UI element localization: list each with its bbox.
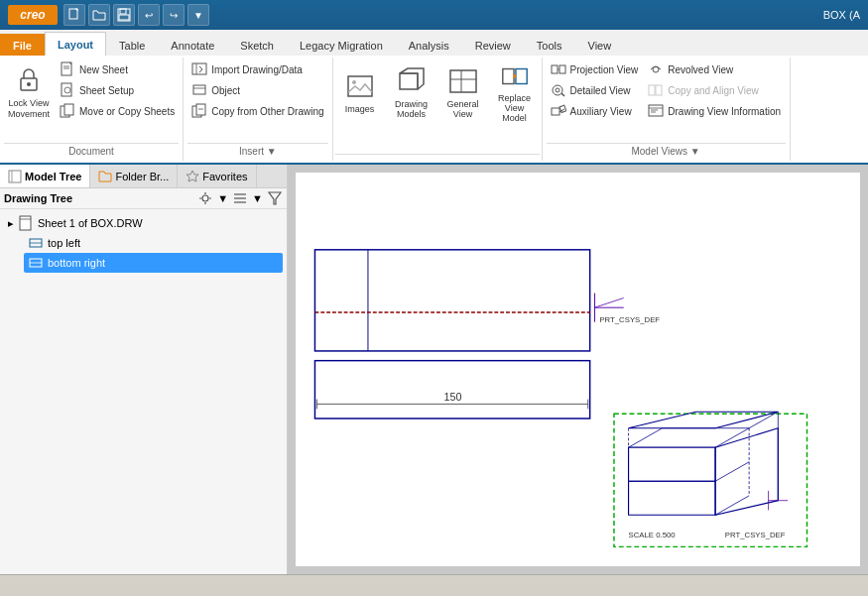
save-button[interactable]	[113, 4, 135, 26]
svg-rect-21	[348, 76, 372, 96]
statusbar	[0, 574, 868, 596]
revolved-view-button[interactable]: Revolved View	[644, 60, 785, 79]
import-drawing-button[interactable]: Import Drawing/Data	[187, 60, 327, 79]
svg-line-37	[561, 93, 564, 96]
object-button[interactable]: Object	[187, 80, 327, 100]
tab-legacy[interactable]: Legacy Migration	[287, 34, 396, 56]
tab-analysis[interactable]: Analysis	[396, 34, 462, 56]
svg-marker-50	[186, 171, 198, 181]
tab-annotate[interactable]: Annotate	[158, 34, 227, 56]
copy-from-other-drawing-button[interactable]: Copy from Other Drawing	[187, 101, 327, 121]
replace-view-model-button[interactable]: Replace View Model	[490, 60, 540, 125]
model-views-label: Model Views ▼	[547, 143, 786, 159]
general-view-icon	[447, 65, 479, 97]
svg-point-51	[202, 195, 208, 201]
svg-text:150: 150	[444, 391, 462, 403]
folder-icon	[98, 170, 112, 183]
drawing-canvas: 150 PRT_CSYS_DEF	[296, 173, 860, 566]
more-button[interactable]: ▼	[187, 4, 209, 26]
sidebar: Model Tree Folder Br... Favorites Drawin…	[0, 165, 288, 574]
quick-access-toolbar: ↩ ↪ ▼	[63, 4, 209, 26]
svg-rect-29	[502, 69, 513, 84]
general-view-button[interactable]: General View	[438, 60, 488, 125]
new-sheet-button[interactable]: New Sheet	[56, 60, 179, 79]
sidebar-tab-folder[interactable]: Folder Br...	[90, 165, 178, 187]
copy-align-icon	[648, 82, 664, 98]
tab-table[interactable]: Table	[106, 34, 158, 56]
drawing-view-info-icon	[648, 103, 664, 119]
replace-view-model-icon	[499, 61, 531, 91]
star-icon	[186, 170, 199, 183]
sheet-icon	[18, 215, 34, 231]
svg-marker-55	[269, 192, 281, 204]
new-button[interactable]	[63, 4, 85, 26]
svg-rect-19	[196, 104, 205, 115]
ribbon-group-document: Lock View Movement New Sheet	[0, 58, 184, 161]
ribbon-group-insert: Import Drawing/Data Object Copy fro	[184, 58, 332, 161]
settings-icon[interactable]	[197, 190, 213, 206]
open-button[interactable]	[88, 4, 110, 26]
svg-point-11	[64, 87, 70, 93]
drawing-view-info-button[interactable]: Drawing View Information	[644, 101, 785, 121]
svg-rect-2	[120, 9, 126, 14]
tree-icon	[8, 170, 22, 183]
tree-node-sheet[interactable]: ▸ Sheet 1 of BOX.DRW	[4, 213, 283, 233]
creo-logo: creo	[8, 5, 58, 25]
move-copy-sheets-button[interactable]: Move or Copy Sheets	[56, 101, 179, 121]
tab-review[interactable]: Review	[462, 34, 524, 56]
canvas-area[interactable]: 150 PRT_CSYS_DEF	[288, 165, 868, 574]
images-button[interactable]: Images	[335, 60, 385, 125]
view-icon-bottomright	[28, 255, 44, 271]
tree-header: Drawing Tree	[4, 192, 195, 204]
sidebar-tab-favorites[interactable]: Favorites	[178, 165, 256, 187]
images-icon	[344, 70, 376, 102]
projection-view-button[interactable]: Projection View	[547, 60, 643, 79]
ribbon-group-views: Images Drawing Models General View	[333, 58, 543, 161]
list-icon[interactable]	[232, 190, 248, 206]
tree-node-bottomright[interactable]: bottom right	[24, 253, 283, 273]
sidebar-tab-model-tree[interactable]: Model Tree	[0, 165, 90, 187]
tab-view[interactable]: View	[575, 34, 625, 56]
svg-rect-3	[119, 15, 129, 20]
svg-rect-62	[314, 250, 589, 351]
svg-rect-16	[193, 85, 205, 94]
lock-icon	[13, 64, 45, 96]
svg-text:PRT_CSYS_DEF: PRT_CSYS_DEF	[599, 315, 660, 324]
undo-button[interactable]: ↩	[138, 4, 160, 26]
detailed-view-button[interactable]: Detailed View	[547, 80, 643, 100]
tree-node-topleft[interactable]: top left	[24, 233, 283, 253]
model-views-col2: Revolved View Copy and Align View	[644, 60, 785, 121]
main-area: Model Tree Folder Br... Favorites Drawin…	[0, 165, 868, 574]
detailed-view-icon	[551, 82, 566, 98]
redo-button[interactable]: ↪	[163, 4, 185, 26]
tab-sketch[interactable]: Sketch	[227, 34, 287, 56]
svg-text:SCALE 0.500: SCALE 0.500	[629, 531, 677, 539]
svg-rect-6	[62, 62, 71, 75]
filter-icon[interactable]	[267, 190, 283, 206]
model-views-col1: Projection View Detailed View	[547, 60, 643, 121]
svg-rect-42	[649, 85, 655, 95]
new-sheet-icon	[60, 61, 75, 77]
document-group-content: Lock View Movement New Sheet	[4, 60, 179, 141]
lock-view-movement-button[interactable]: Lock View Movement	[4, 60, 54, 125]
document-label: Document	[4, 143, 179, 159]
svg-rect-56	[20, 216, 31, 230]
model-views-content: Projection View Detailed View	[547, 60, 786, 141]
tab-tools[interactable]: Tools	[524, 34, 575, 56]
insert-small-buttons: Import Drawing/Data Object Copy fro	[187, 60, 327, 121]
drawing-models-button[interactable]: Drawing Models	[387, 60, 436, 125]
auxiliary-view-button[interactable]: Auxiliary View	[547, 101, 643, 121]
svg-point-5	[27, 82, 31, 86]
move-copy-icon	[60, 103, 75, 119]
ribbon: Lock View Movement New Sheet	[0, 56, 868, 165]
drawing-models-icon	[396, 65, 428, 97]
svg-point-36	[556, 88, 559, 92]
copy-align-view-button[interactable]: Copy and Align View	[644, 80, 785, 100]
svg-rect-48	[9, 171, 21, 182]
svg-rect-26	[450, 70, 476, 92]
tab-file[interactable]: File	[0, 34, 45, 56]
svg-rect-44	[649, 105, 663, 116]
svg-rect-0	[69, 9, 77, 19]
sheet-setup-button[interactable]: Sheet Setup	[56, 80, 179, 100]
tab-layout[interactable]: Layout	[45, 32, 106, 56]
